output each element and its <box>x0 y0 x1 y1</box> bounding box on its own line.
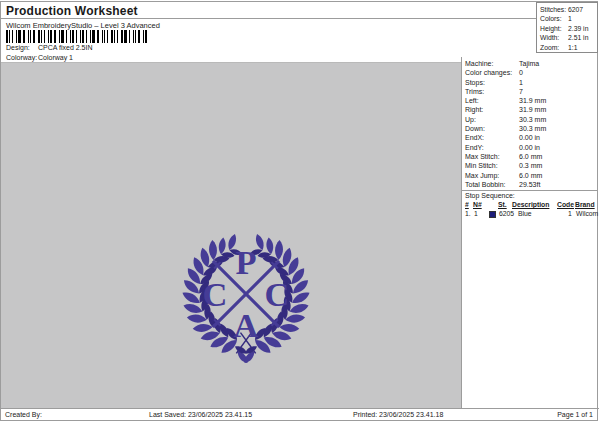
stats-row: Colors:1 <box>540 14 597 23</box>
seq-row-needle: 1 <box>474 210 478 217</box>
machine-info-row: Trims:7 <box>465 87 597 96</box>
machine-info-row: Stops:1 <box>465 78 597 87</box>
machine-info-row: Down:30.3 mm <box>465 124 597 133</box>
seq-row-code: 1 <box>568 210 572 217</box>
design-stats-box: Stitches:6207Colors:1Height:2.39 inWidth… <box>536 2 598 53</box>
col-header-description: Description <box>512 201 549 208</box>
col-header-code: Code <box>557 201 574 208</box>
last-saved-text: Last Saved: 23/06/2025 23.41.15 <box>149 411 252 418</box>
machine-info-list: Machine:TajimaColor changes:0Stops:1Trim… <box>465 59 597 189</box>
colorway-label: Colorway: <box>6 54 37 61</box>
app-subtitle: Wilcom EmbroideryStudio – Level 3 Advanc… <box>6 21 160 30</box>
worksheet-page: Production Worksheet Wilcom EmbroiderySt… <box>0 1 598 421</box>
machine-info-row: Machine:Tajima <box>465 59 597 68</box>
machine-info-row: Left:31.9 mm <box>465 96 597 105</box>
page-title: Production Worksheet <box>6 4 138 18</box>
stats-row: Width:2.51 in <box>540 33 597 42</box>
created-by-label: Created By: <box>5 411 42 418</box>
thread-color-swatch <box>489 211 496 218</box>
stop-sequence-divider <box>462 190 598 191</box>
col-header-brand: Brand <box>575 201 595 208</box>
col-header-stitches: St. <box>498 201 507 208</box>
machine-info-row: Color changes:0 <box>465 68 597 77</box>
stats-row: Stitches:6207 <box>540 5 597 14</box>
barcode-image <box>6 30 149 43</box>
stop-sequence-title: Stop Sequence: <box>465 192 515 199</box>
machine-info-row: EndY:0.00 in <box>465 143 597 152</box>
machine-info-row: EndX:0.00 in <box>465 133 597 142</box>
footer-divider <box>1 408 599 409</box>
design-canvas: P C C A <box>1 62 461 409</box>
machine-info-row: Up:30.3 mm <box>465 115 597 124</box>
col-header-needle: N# <box>473 201 482 208</box>
design-label: Design: <box>6 44 30 51</box>
page-number: Page 1 of 1 <box>557 411 593 418</box>
cpca-wreath-logo: P C C A <box>177 225 315 363</box>
title-divider <box>1 18 537 19</box>
panel-divider <box>461 57 462 409</box>
seq-row-stitches: 6205 <box>499 210 514 217</box>
printed-text: Printed: 23/06/2025 23.41.18 <box>353 411 443 418</box>
design-name: CPCA fixed 2.5IN <box>38 44 92 51</box>
seq-row-num: 1. <box>465 210 471 217</box>
colorway-name: Colorway 1 <box>38 54 73 61</box>
machine-info-row: Min Stitch:0.3 mm <box>465 161 597 170</box>
col-header-num: # <box>465 201 469 208</box>
machine-info-row: Max Jump:6.0 mm <box>465 171 597 180</box>
machine-info-row: Max Stitch:6.0 mm <box>465 152 597 161</box>
seq-row-brand: Wilcom <box>576 210 598 217</box>
machine-info-row: Total Bobbin:29.53ft <box>465 180 597 189</box>
machine-info-row: Right:31.9 mm <box>465 105 597 114</box>
logo-letter-p: P <box>235 243 256 281</box>
stats-row: Height:2.39 in <box>540 24 597 33</box>
seq-row-description: Blue <box>518 210 532 217</box>
stats-row: Zoom:1:1 <box>540 43 597 52</box>
logo-letter-c-left: C <box>202 275 227 313</box>
embroidery-design-preview: P C C A <box>177 225 315 363</box>
logo-letter-a: A <box>234 306 259 344</box>
logo-letter-c-right: C <box>265 275 290 313</box>
